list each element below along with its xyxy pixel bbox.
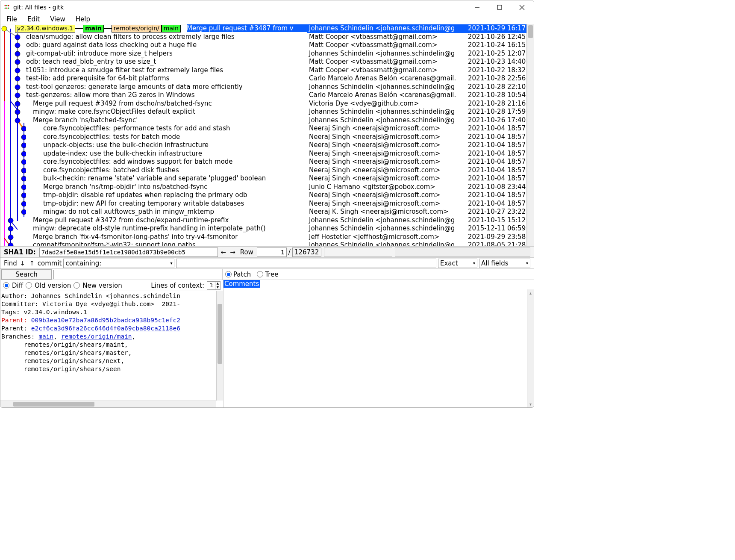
spinner-down-icon[interactable]: ▼	[215, 286, 220, 289]
commit-row[interactable]: test-tool genzeros: generate large amoun…	[0, 83, 307, 91]
sha-input[interactable]	[39, 248, 218, 257]
commit-author: Neeraj K. Singh <neerajsi@microsoft.com>	[307, 208, 466, 216]
author-value: Johannes Schindelin <johannes.schindelin	[31, 292, 180, 299]
commit-row[interactable]: core.fsyncobjectfiles: batched disk flus…	[0, 166, 307, 175]
commit-row[interactable]: test-lib: add prerequisite for 64-bit pl…	[0, 74, 307, 83]
commit-date: 2021-09-29 23:58	[466, 233, 526, 242]
commit-row[interactable]: Merge pull request #3472 from dscho/expa…	[0, 216, 307, 225]
commit-detail-text[interactable]: Author: Johannes Schindelin <johannes.sc…	[0, 291, 223, 407]
commit-date: 2021-10-27 23:22	[466, 208, 526, 216]
parent1-link[interactable]: 009b3ea10e72ba7a86d95b2badca938b95c1efc2	[31, 317, 180, 324]
scroll-thumb[interactable]	[218, 304, 222, 364]
tag-remote-prefix[interactable]: remotes/origin/	[112, 25, 162, 32]
branch-remote-link[interactable]: remotes/origin/main	[61, 333, 132, 340]
old-version-radio[interactable]	[26, 282, 32, 289]
find-mode-select[interactable]: containing: ▾	[63, 259, 174, 268]
commit-row[interactable]: Merge branch 'fix-v4-fsmonitor-long-path…	[0, 233, 307, 242]
commit-row[interactable]: clean/smudge: allow clean filters to pro…	[0, 33, 307, 41]
svg-point-22	[15, 35, 20, 40]
commit-row[interactable]: mingw: deprecate old-style runtime-prefi…	[0, 224, 307, 233]
commit-row[interactable]: git-compat-util: introduce more size_t h…	[0, 50, 307, 58]
scroll-thumb[interactable]	[13, 402, 94, 407]
commit-row[interactable]: mingw: do not call xutftowcs_path in min…	[0, 208, 307, 216]
commit-row[interactable]: odb: guard against data loss checking ou…	[0, 41, 307, 50]
scroll-up-icon[interactable]: ▴	[527, 289, 534, 296]
search-button[interactable]: Search	[1, 269, 52, 280]
minimize-button[interactable]	[472, 2, 482, 12]
commit-message: mingw: make core.fsyncObjectFiles defaul…	[33, 108, 195, 116]
scroll-down-icon[interactable]: ▾	[527, 401, 534, 407]
commit-row[interactable]: update-index: use the bulk-checkin infra…	[0, 150, 307, 158]
find-down-button[interactable]: ↓	[19, 259, 26, 268]
graph-cell	[0, 66, 26, 75]
svg-point-39	[21, 176, 26, 181]
commit-row[interactable]: Merge branch 'ns/batched-fsync'	[0, 116, 307, 125]
log-column-author[interactable]: Johannes Schindelin <johannes.schindelin…	[307, 24, 466, 246]
svg-point-23	[15, 43, 20, 48]
new-version-radio[interactable]	[74, 282, 80, 289]
scroll-thumb[interactable]	[528, 25, 533, 38]
comments-header[interactable]: Comments	[223, 280, 534, 289]
commit-message: Merge branch 'ns/tmp-objdir' into ns/bat…	[43, 183, 207, 192]
svg-point-35	[21, 143, 26, 148]
find-match-select[interactable]: Exact ▾	[438, 259, 477, 268]
branch-main-link[interactable]: main	[38, 333, 53, 340]
diff-radio[interactable]	[3, 282, 9, 289]
commit-row[interactable]: test-genzeros: allow more than 2G zeros …	[0, 91, 307, 100]
menu-view[interactable]: View	[48, 15, 67, 24]
search-input[interactable]	[53, 270, 222, 279]
commit-author: Johannes Schindelin <johannes.schindelin…	[307, 241, 466, 246]
commit-row[interactable]: bulk-checkin: rename 'state' variable an…	[0, 174, 307, 183]
commit-row[interactable]: core.fsyncobjectfiles: performance tests…	[0, 124, 307, 133]
commit-row[interactable]: Merge pull request #3492 from dscho/ns/b…	[0, 100, 307, 108]
nav-prev-button[interactable]: ←	[220, 248, 227, 257]
commit-author: Neeraj Singh <neerajsi@microsoft.com>	[307, 191, 466, 200]
menu-edit[interactable]: Edit	[26, 15, 41, 24]
commit-row[interactable]: core.fsyncobjectfiles: add windows suppo…	[0, 158, 307, 166]
commit-row[interactable]: mingw: make core.fsyncObjectFiles defaul…	[0, 108, 307, 116]
find-input[interactable]	[176, 259, 436, 268]
commit-row[interactable]: v2.34.0.windows.1mainremotes/origin/main…	[0, 24, 307, 33]
tag-remote-main[interactable]: main	[162, 25, 181, 32]
file-list-body[interactable]: ▴ ▾	[223, 289, 534, 407]
svg-point-47	[8, 243, 13, 246]
commit-row[interactable]: unpack-objects: use the bulk-checkin inf…	[0, 141, 307, 150]
row-current-input[interactable]	[257, 248, 287, 257]
parent2-link[interactable]: e2cf6ca3d96fa26cc646d4f0a69cba80ca2118e6	[31, 325, 180, 332]
maximize-button[interactable]	[494, 2, 505, 12]
detail-scrollbar-h[interactable]	[0, 401, 216, 407]
lines-of-context-spinner[interactable]: 3 ▲▼	[207, 281, 220, 290]
branches-label: Branches:	[1, 333, 35, 340]
graph-cell	[0, 124, 26, 133]
graph-cell	[0, 108, 26, 116]
row-label: Row	[240, 248, 253, 256]
commit-row[interactable]: compat/fsmonitor/fsm-*-win32: support lo…	[0, 241, 307, 246]
commit-row[interactable]: tmp-objdir: disable ref updates when rep…	[0, 191, 307, 200]
menu-help[interactable]: Help	[74, 15, 92, 24]
detail-scrollbar-v[interactable]	[216, 291, 223, 401]
window-title: git: All files - gitk	[13, 4, 472, 11]
menu-file[interactable]: File	[5, 15, 19, 24]
commit-author: Neeraj Singh <neerajsi@microsoft.com>	[307, 174, 466, 183]
commit-row[interactable]: odb: teach read_blob_entry to use size_t	[0, 58, 307, 66]
spinner-up-icon[interactable]: ▲	[215, 282, 220, 286]
find-fields-select[interactable]: All fields ▾	[479, 259, 530, 268]
commit-row[interactable]: Merge branch 'ns/tmp-objdir' into ns/bat…	[0, 183, 307, 192]
patch-radio[interactable]	[225, 271, 232, 277]
log-column-message[interactable]: v2.34.0.windows.1mainremotes/origin/main…	[0, 24, 307, 246]
tree-radio[interactable]	[257, 271, 263, 277]
commit-row[interactable]: t1051: introduce a smudge filter test fo…	[0, 66, 307, 75]
log-scrollbar[interactable]	[527, 24, 534, 246]
commit-message: core.fsyncobjectfiles: batched disk flus…	[43, 166, 179, 175]
nav-next-button[interactable]: →	[229, 248, 237, 257]
log-column-date[interactable]: 2021-10-29 16:172021-10-26 12:452021-10-…	[466, 24, 527, 246]
close-button[interactable]	[517, 2, 527, 12]
commit-row[interactable]: core.fsyncobjectfiles: tests for batch m…	[0, 133, 307, 141]
file-list-scrollbar[interactable]: ▴ ▾	[527, 289, 534, 407]
commit-date: 2021-10-24 16:15	[466, 41, 526, 50]
window: git: All files - gitk File Edit View Hel…	[0, 0, 534, 408]
commit-row[interactable]: tmp-objdir: new API for creating tempora…	[0, 200, 307, 208]
commit-message: compat/fsmonitor/fsm-*-win32: support lo…	[33, 241, 196, 246]
tag-main[interactable]: main	[83, 25, 104, 32]
find-up-button[interactable]: ↑	[28, 259, 36, 268]
